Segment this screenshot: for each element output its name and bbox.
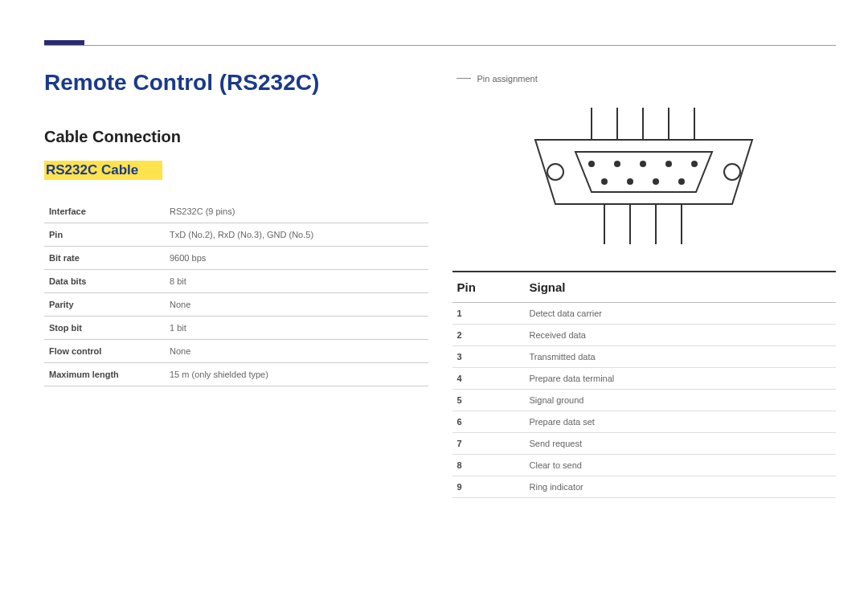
pin-signal: Send request	[525, 432, 837, 454]
pin-row: 1Detect data carrier	[452, 302, 837, 324]
spec-key: Maximum length	[44, 363, 165, 386]
spec-row-stopbit: Stop bit 1 bit	[44, 317, 428, 340]
pin-number: 3	[452, 345, 525, 367]
bullet-dash-icon	[457, 78, 471, 79]
pin-number: 6	[452, 411, 525, 432]
pin-signal-table: Pin Signal 1Detect data carrier 2Receive…	[452, 271, 837, 498]
svg-point-20	[653, 178, 659, 185]
db9-connector-figure	[523, 108, 764, 247]
svg-point-18	[601, 178, 608, 185]
pin-signal: Received data	[525, 324, 837, 345]
spec-value: RS232C (9 pins)	[165, 200, 428, 223]
pin-row: 6Prepare data set	[452, 411, 837, 432]
spec-row-interface: Interface RS232C (9 pins)	[44, 200, 428, 223]
spec-value: 1 bit	[165, 317, 428, 340]
right-column: Pin assignment	[452, 70, 837, 498]
pin-row: 2Received data	[452, 324, 837, 345]
spec-row-parity: Parity None	[44, 293, 428, 317]
svg-point-17	[691, 161, 698, 167]
two-column-layout: Remote Control (RS232C) Cable Connection…	[44, 70, 836, 498]
spec-key: Bit rate	[44, 247, 165, 270]
page-title: Remote Control (RS232C)	[44, 70, 428, 96]
spec-key: Flow control	[44, 340, 165, 363]
pin-number: 9	[452, 476, 525, 497]
left-column: Remote Control (RS232C) Cable Connection…	[44, 70, 428, 498]
spec-key: Pin	[44, 223, 165, 247]
header-thin-rule	[44, 45, 836, 46]
spec-row-pin: Pin TxD (No.2), RxD (No.3), GND (No.5)	[44, 223, 428, 247]
pin-row: 8Clear to send	[452, 454, 837, 476]
spec-key: Interface	[44, 200, 165, 223]
pin-row: 9Ring indicator	[452, 476, 837, 497]
svg-point-21	[678, 178, 685, 185]
spec-value: TxD (No.2), RxD (No.3), GND (No.5)	[165, 223, 428, 247]
svg-point-16	[665, 161, 672, 167]
spec-table: Interface RS232C (9 pins) Pin TxD (No.2)…	[44, 200, 428, 386]
svg-point-12	[724, 164, 740, 180]
pin-assignment-text: Pin assignment	[477, 74, 538, 84]
pin-number: 8	[452, 454, 525, 476]
pin-row: 4Prepare data terminal	[452, 367, 837, 389]
spec-value: 8 bit	[165, 270, 428, 293]
svg-point-15	[640, 161, 646, 167]
svg-point-13	[588, 161, 595, 167]
pin-row: 5Signal ground	[452, 389, 837, 411]
pin-row: 3Transmitted data	[452, 345, 837, 367]
pin-number: 1	[452, 302, 525, 324]
pin-signal: Detect data carrier	[525, 302, 837, 324]
pin-table-header: Pin Signal	[452, 272, 837, 303]
cable-connection-heading: Cable Connection	[44, 128, 428, 146]
spec-key: Stop bit	[44, 317, 165, 340]
pin-signal: Clear to send	[525, 454, 837, 476]
pin-number: 5	[452, 389, 525, 411]
spec-value: None	[165, 293, 428, 317]
pin-signal: Prepare data set	[525, 411, 837, 432]
pin-header-signal: Signal	[525, 272, 837, 303]
pin-header-pin: Pin	[452, 272, 525, 303]
document-page: Remote Control (RS232C) Cable Connection…	[0, 0, 868, 530]
spec-value: 9600 bps	[165, 247, 428, 270]
pin-number: 4	[452, 367, 525, 389]
spec-row-bitrate: Bit rate 9600 bps	[44, 247, 428, 270]
pin-row: 7Send request	[452, 432, 837, 454]
pin-assignment-label: Pin assignment	[457, 74, 538, 84]
db9-connector-icon	[523, 108, 764, 244]
pin-signal: Transmitted data	[525, 345, 837, 367]
pin-signal: Ring indicator	[525, 476, 837, 497]
pin-signal: Signal ground	[525, 389, 837, 411]
spec-key: Data bits	[44, 270, 165, 293]
spec-value: None	[165, 340, 428, 363]
pin-number: 2	[452, 324, 525, 345]
spec-row-maxlen: Maximum length 15 m (only shielded type)	[44, 363, 428, 386]
pin-number: 7	[452, 432, 525, 454]
spec-value: 15 m (only shielded type)	[165, 363, 428, 386]
svg-marker-10	[575, 152, 712, 192]
spec-row-databits: Data bits 8 bit	[44, 270, 428, 293]
pin-signal: Prepare data terminal	[525, 367, 837, 389]
spec-row-flow: Flow control None	[44, 340, 428, 363]
svg-point-14	[614, 161, 620, 167]
spec-key: Parity	[44, 293, 165, 317]
rs232-cable-heading: RS232C Cable	[44, 161, 162, 180]
svg-point-11	[547, 164, 563, 180]
svg-point-19	[627, 178, 633, 185]
